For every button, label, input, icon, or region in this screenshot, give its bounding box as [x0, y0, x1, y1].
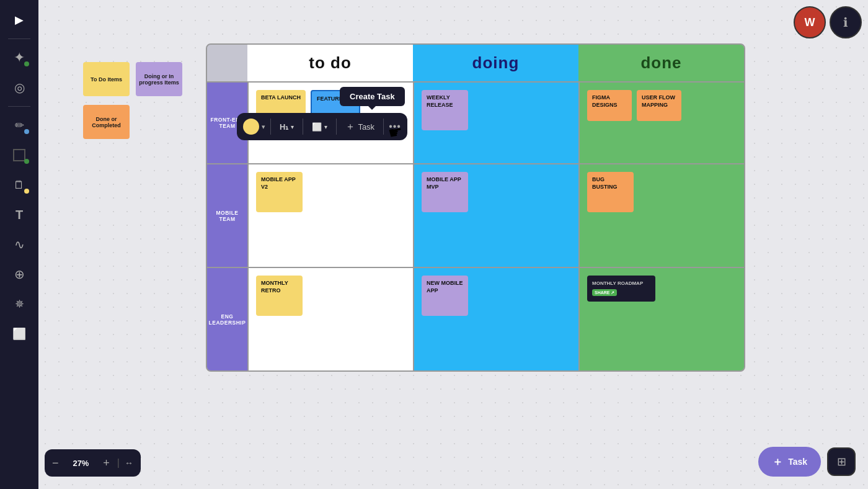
row-label-mobile: MOBILE TEAM: [207, 164, 247, 267]
toolbar-divider-4: [383, 119, 384, 135]
kanban-header: to do doing done: [207, 45, 744, 81]
kanban-col-empty: [207, 45, 247, 81]
sidebar-icon-play[interactable]: ▶: [6, 6, 33, 34]
sidebar-icon-magic[interactable]: ✵: [6, 290, 33, 318]
toolbar-divider-2: [303, 119, 303, 135]
sidebar-icon-globe[interactable]: ◎: [6, 74, 33, 101]
sidebar-icon-square[interactable]: [6, 141, 33, 169]
zoom-in-button[interactable]: +: [103, 457, 110, 469]
plus-task-icon: ＋: [772, 454, 783, 469]
toolbar-divider-3: [336, 119, 337, 135]
share-icon: ⊞: [837, 455, 846, 469]
magic-icon: ✵: [15, 297, 24, 311]
note-icon: 🗒: [14, 179, 25, 192]
image-icon: ⬜: [12, 327, 26, 341]
row-cell-frontend-done[interactable]: FIGMA DESIGNS USER FLOW MAPPING: [578, 83, 744, 163]
row-cell-leadership-done[interactable]: MONTHLY ROADMAP SHARE ↗: [578, 268, 744, 370]
card-new-mobile-app[interactable]: NEW MOBILE APP: [422, 276, 468, 316]
sticky-note-todo[interactable]: To Do Items: [83, 62, 130, 96]
bottom-right-controls: ＋ Task ⊞: [758, 447, 856, 477]
add-task-button[interactable]: ＋ Task: [342, 118, 378, 136]
text-icon: T: [16, 208, 23, 222]
share-button[interactable]: ⊞: [827, 447, 856, 476]
more-options-icon[interactable]: •••: [389, 121, 401, 132]
sidebar: ▶ ✦ ◎ ✏ 🗒 T ∿ ⊕ ✵ ⬜: [0, 0, 38, 489]
sidebar-icon-image[interactable]: ⬜: [6, 320, 33, 348]
heading-icon: H₁: [280, 122, 288, 132]
play-icon: ▶: [15, 13, 24, 27]
card-user-flow[interactable]: USER FLOW MAPPING: [637, 90, 681, 121]
component-icon: ⊕: [14, 267, 25, 282]
sticky-note-doing[interactable]: Doing or In progress Items: [136, 62, 182, 96]
card-dark-title: MONTHLY ROADMAP: [592, 280, 650, 287]
row-cell-leadership-todo[interactable]: MONTHLY RETRO: [247, 268, 413, 370]
sparkle-icon: ✦: [14, 50, 25, 66]
card-figma-designs[interactable]: FIGMA DESIGNS: [587, 90, 632, 121]
heading-chevron: ▾: [291, 123, 294, 130]
canvas: To Do Items Doing or In progress Items D…: [38, 0, 868, 489]
card-monthly-retro[interactable]: MONTHLY RETRO: [256, 276, 303, 316]
row-cell-mobile-doing[interactable]: MOBILE APP MVP: [413, 164, 578, 267]
frame-chevron: ▾: [324, 123, 327, 130]
sticky-note-done[interactable]: Done or Completed: [83, 105, 130, 139]
card-weekly-release[interactable]: WEEKLY RELEASE: [422, 90, 468, 130]
row-cell-leadership-doing[interactable]: NEW MOBILE APP: [413, 268, 578, 370]
card-bug-busting[interactable]: BUG BUSTING: [587, 172, 634, 212]
frame-button[interactable]: ⬜ ▾: [308, 120, 331, 134]
info-button[interactable]: ℹ: [830, 6, 862, 38]
zoom-percentage: 27%: [64, 459, 99, 468]
sidebar-icon-text[interactable]: T: [6, 201, 33, 228]
color-picker-chevron[interactable]: ▾: [262, 123, 265, 131]
kanban-col-todo: to do: [247, 45, 413, 81]
pen-icon: ✏: [15, 119, 24, 132]
globe-icon: ◎: [14, 80, 25, 95]
sidebar-divider-1: [8, 38, 30, 39]
heading-button[interactable]: H₁ ▾: [276, 120, 298, 134]
sidebar-icon-brush[interactable]: ∿: [6, 231, 33, 258]
card-monthly-roadmap[interactable]: MONTHLY ROADMAP SHARE ↗: [587, 276, 655, 302]
row-cell-mobile-todo[interactable]: MOBILE APP V2: [247, 164, 413, 267]
minus-icon: −: [52, 457, 59, 469]
row-cell-frontend-doing[interactable]: WEEKLY RELEASE: [413, 83, 578, 163]
sidebar-divider-2: [8, 106, 30, 107]
sticky-notes-panel: To Do Items Doing or In progress Items D…: [83, 62, 182, 139]
kanban-row-leadership: ENG LEADERSHIP MONTHLY RETRO NEW MOBILE …: [207, 267, 744, 370]
brush-icon: ∿: [14, 237, 25, 252]
kanban-row-mobile: MOBILE TEAM MOBILE APP V2 MOBILE APP MVP…: [207, 163, 744, 267]
row-label-leadership: ENG LEADERSHIP: [207, 268, 247, 370]
kanban-board: to do doing done FRONT-END TEAM BETA LAU…: [206, 43, 745, 372]
floating-toolbar: ▾ H₁ ▾ ⬜ ▾ ＋ Task •••: [237, 113, 407, 140]
sidebar-icon-pen[interactable]: ✏: [6, 112, 33, 139]
zoom-expand-icon[interactable]: ↔: [125, 458, 133, 468]
plus-icon: +: [103, 457, 110, 469]
zoom-bar: − 27% + | ↔: [45, 449, 141, 477]
user-avatar[interactable]: W: [794, 6, 826, 38]
plus-icon: ＋: [345, 120, 355, 133]
frame-icon: ⬜: [312, 122, 322, 132]
color-picker-circle[interactable]: [243, 119, 259, 135]
top-right-controls: W ℹ: [794, 6, 862, 38]
info-icon: ℹ: [843, 15, 848, 30]
card-mobile-app-mvp[interactable]: MOBILE APP MVP: [422, 172, 468, 212]
task-label: Task: [358, 122, 374, 132]
create-task-button[interactable]: ＋ Task: [758, 447, 821, 477]
sidebar-icon-note[interactable]: 🗒: [6, 171, 33, 199]
kanban-col-done: done: [578, 45, 744, 81]
zoom-out-button[interactable]: −: [52, 457, 59, 469]
square-icon: [13, 149, 25, 161]
card-mobile-app-v2[interactable]: MOBILE APP V2: [256, 172, 303, 212]
toolbar-divider-1: [270, 119, 271, 135]
kanban-col-doing: doing: [413, 45, 578, 81]
card-dark-badge: SHARE ↗: [592, 289, 617, 296]
row-cell-mobile-done[interactable]: BUG BUSTING: [578, 164, 744, 267]
sidebar-icon-component[interactable]: ⊕: [6, 261, 33, 288]
sidebar-icon-sparkle[interactable]: ✦: [6, 44, 33, 71]
